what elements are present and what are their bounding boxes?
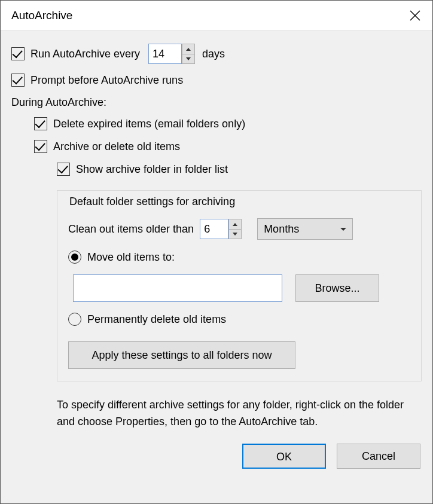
help-text: To specify different archive settings fo… xyxy=(57,397,422,430)
chevron-down-icon xyxy=(186,57,191,60)
show-folder-row: Show archive folder in folder list xyxy=(57,163,422,176)
clean-out-up[interactable] xyxy=(228,219,242,229)
show-folder-checkbox[interactable] xyxy=(57,163,70,176)
dialog-body: Run AutoArchive every days Prompt before… xyxy=(1,30,432,503)
clean-out-down[interactable] xyxy=(228,229,242,239)
apply-all-button[interactable]: Apply these settings to all folders now xyxy=(68,341,295,369)
run-every-down[interactable] xyxy=(182,54,195,64)
delete-expired-checkbox[interactable] xyxy=(34,117,47,130)
autoarchive-dialog: AutoArchive Run AutoArchive every days P… xyxy=(0,0,433,504)
delete-option-row: Permanently delete old items xyxy=(68,313,410,326)
run-every-input[interactable] xyxy=(148,44,182,64)
chevron-up-icon xyxy=(233,223,237,226)
delete-expired-label: Delete expired items (email folders only… xyxy=(53,118,245,130)
close-icon xyxy=(410,10,420,21)
move-option-radio[interactable] xyxy=(68,251,81,264)
clean-out-row: Clean out items older than Months xyxy=(68,218,410,240)
close-button[interactable] xyxy=(406,7,424,25)
chevron-down-icon xyxy=(340,228,346,231)
move-path-row: Browse... xyxy=(71,274,410,302)
clean-out-spinner xyxy=(228,219,242,239)
archive-delete-checkbox[interactable] xyxy=(34,140,47,153)
prompt-row: Prompt before AutoArchive runs xyxy=(11,74,422,87)
window-title: AutoArchive xyxy=(11,9,406,22)
run-every-row: Run AutoArchive every days xyxy=(11,44,422,64)
delete-option-radio[interactable] xyxy=(68,313,81,326)
dialog-footer: OK Cancel xyxy=(11,444,422,469)
show-folder-label: Show archive folder in folder list xyxy=(76,163,228,176)
prompt-checkbox[interactable] xyxy=(11,74,25,87)
cancel-button[interactable]: Cancel xyxy=(337,444,420,469)
move-option-label: Move old items to: xyxy=(87,251,175,264)
browse-button[interactable]: Browse... xyxy=(295,274,379,302)
delete-option-label: Permanently delete old items xyxy=(87,313,226,326)
clean-out-unit-select[interactable]: Months xyxy=(257,218,353,240)
move-option-row: Move old items to: xyxy=(68,251,410,264)
delete-expired-row: Delete expired items (email folders only… xyxy=(34,117,422,130)
prompt-label: Prompt before AutoArchive runs xyxy=(31,74,183,87)
archive-delete-label: Archive or delete old items xyxy=(53,140,180,153)
run-every-up[interactable] xyxy=(182,44,195,54)
run-every-checkbox[interactable] xyxy=(11,47,25,60)
clean-out-unit-value: Months xyxy=(264,223,299,236)
default-folder-settings: Default folder settings for archiving Cl… xyxy=(57,190,422,381)
run-every-label: Run AutoArchive every xyxy=(31,48,140,60)
run-every-spinner xyxy=(182,44,195,64)
clean-out-label: Clean out items older than xyxy=(68,223,194,236)
clean-out-input[interactable] xyxy=(200,219,228,239)
during-label: During AutoArchive: xyxy=(11,96,422,109)
move-path-input[interactable] xyxy=(73,274,282,302)
ok-button[interactable]: OK xyxy=(242,444,326,469)
titlebar: AutoArchive xyxy=(1,1,432,30)
fieldset-legend: Default folder settings for archiving xyxy=(66,196,239,208)
chevron-up-icon xyxy=(186,48,191,51)
run-every-suffix: days xyxy=(202,48,225,60)
archive-delete-row: Archive or delete old items xyxy=(34,140,422,153)
chevron-down-icon xyxy=(233,233,237,236)
